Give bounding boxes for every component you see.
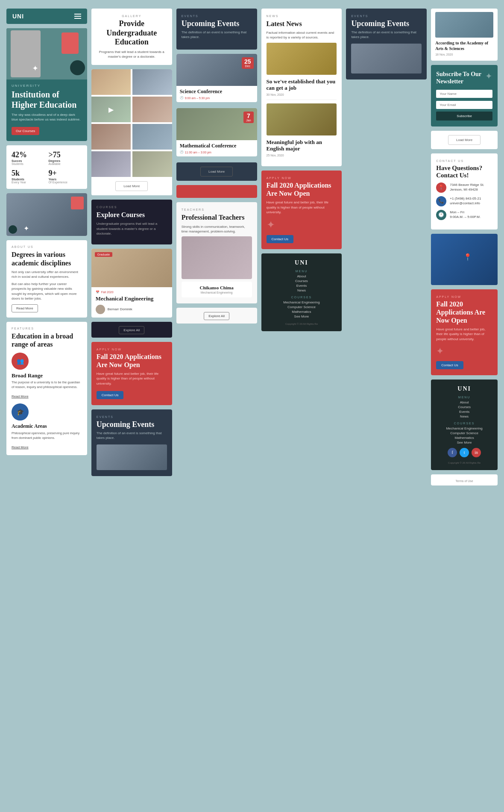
photo-8 [132,151,172,177]
event-2-time-text: 11:00 am – 3:00 pm [185,151,211,154]
teachers-label: TEACHERS [182,208,252,211]
column-2: GALLERY Provide Undergraduate Education … [91,9,172,476]
events-load-more-button[interactable]: Load More [200,167,233,177]
apply-contact-button-col4[interactable]: Contact Us [267,235,294,243]
apply-title-col4: Fall 2020 Applications Are Now Open [267,181,337,197]
stat-years-sub: Of Experience [48,181,82,184]
footer-copyright-col6: Copyright © 20 All Rights Re [436,462,492,464]
photo-grid-inner [91,69,172,177]
courses-explore-button[interactable]: Explore All [119,326,144,334]
footer-link-about[interactable]: About [267,274,337,278]
load-more-col6: Load More [431,131,498,149]
footer-link-news[interactable]: News [267,288,337,292]
hero-deco-dark [70,60,85,75]
footer-link-about-col6[interactable]: About [436,400,492,404]
teacher-card: Chikanso Chima Mechanical Engineering [182,282,252,297]
news-divider [267,100,337,100]
event-1-image: 25 Dec [176,54,257,86]
about-title: Degrees in various academic disciplines [12,250,82,267]
events-repeat-label-col2: EVENTS [97,415,167,418]
news-img-1 [267,43,337,75]
event-2: 7 Jan Mathematical Conference 🕐 11:00 am… [176,108,257,156]
courses-dark-desc: Undergraduate programs that will lead a … [97,221,167,236]
footer-link-courses-col6[interactable]: Courses [436,405,492,409]
event-2-date-badge: 7 Jan [243,112,253,123]
load-more-button-col6[interactable]: Load More [448,135,481,145]
event-1-time: 🕐 9:00 am – 5:30 pm [180,96,254,100]
feature-icon-1: 👥 [12,353,29,370]
gallery-load-more-button[interactable]: Load More [115,181,148,191]
events-repeat-desc-col2: The definition of an event is something … [97,431,167,440]
teacher-card-dept: Mechanical Engineering [185,291,249,294]
gallery-star-icon: ✦ [23,224,29,232]
footer-link-events[interactable]: Events [267,284,337,288]
footer-course-math[interactable]: Mathematics [267,310,337,314]
events-load-more: Load More [176,162,257,181]
apply-contact-button-col6[interactable]: Contact Us [436,361,463,369]
stat-degrees-value: >75 [48,150,82,159]
twitter-icon[interactable]: t [460,448,469,457]
footer-course-math-col6[interactable]: Mathematics [436,436,492,440]
calendar-icon: 📅 [96,291,100,294]
footer-course-cs-col6[interactable]: Computer Science [436,431,492,435]
column-5: EVENTS Upcoming Events The definition of… [346,9,427,79]
event-2-title: Mathematical Conference [180,143,254,149]
newsletter-section: ✦ Subscribe To Our Newsletter Subscribe [431,65,498,127]
newsletter-title: Subscribe To Our Newsletter [436,71,492,85]
newsletter-name-input[interactable] [436,90,492,98]
photo-grid: Load More [91,69,172,195]
about-read-more-button[interactable]: Read More [12,304,38,312]
news-label: NEWS [267,15,337,18]
teacher-avatar [96,305,105,314]
apply-title-col6: Fall 2020 Applications Are Now Open [436,300,492,325]
footer-link-news-col6[interactable]: News [436,415,492,418]
courses-dark-section: COURSES Explore Courses Undergraduate pr… [91,200,172,244]
event-1-day: 25 [244,59,251,65]
hero-courses-button[interactable]: Our Courses [12,127,39,135]
course-info: 📅 Fall 2020 Mechanical Engineering Berna… [91,287,172,318]
event-2-info: Mathematical Conference 🕐 11:00 am – 3:0… [176,140,257,156]
feature-item-2: 🎓 Academic Areas Philosophical openness,… [12,403,82,450]
feature-title-1: Broad Range [12,372,82,379]
events-label: EVENTS [182,15,252,18]
footer-course-cs[interactable]: Computer Science [267,305,337,309]
gallery-header: GALLERY Provide Undergraduate Education … [91,9,172,65]
article-date: 18 Nov, 2020 [435,53,493,56]
feature-read-more-1[interactable]: Read More [12,394,29,398]
apply-contact-button-col2[interactable]: Contact Us [97,391,124,399]
footer-course-more[interactable]: See More [267,315,337,318]
gallery-deco2 [9,225,17,234]
teacher-profile-image [182,236,252,279]
stat-students-value: 5k [12,169,45,178]
events-preview-img-col5 [351,44,422,74]
photo-3 [91,97,131,122]
footer-link-events-col6[interactable]: Events [436,410,492,414]
facebook-icon[interactable]: f [448,448,457,457]
feature-read-more-2[interactable]: Read More [12,445,29,449]
footer-course-mech[interactable]: Mechanical Engineering [267,300,337,304]
teachers-explore-wrap: Explore All [176,308,257,324]
footer-menu-col6: MENU About Courses Events News [436,396,492,418]
event-1-month: Dec [244,65,251,68]
contact-hours-text: Mon – Fri9:00A.M. – 5:00P.M. [450,210,481,219]
footer-course-more-col6[interactable]: See More [436,441,492,444]
newsletter-email-input[interactable] [436,101,492,109]
features-title: Education in a broad range of areas [12,332,82,348]
event-1: 25 Dec Science Conference 🕐 9:00 am – 5:… [176,54,257,102]
newsletter-subscribe-button[interactable]: Subscribe [436,112,492,121]
teachers-title: Professional Teachers [182,213,252,221]
footer-link-courses[interactable]: Courses [267,279,337,283]
course-meta-text: Fall 2020 [101,291,114,294]
photo-2 [132,69,172,95]
teachers-section: TEACHERS Professional Teachers Strong sk… [176,202,257,303]
stat-success-label: Succes [12,159,45,162]
contact-title: Have Questions? Contact Us! [436,165,492,179]
footer-copyright: Copyright © 20 All Rights Re [267,323,337,325]
teachers-explore-button[interactable]: Explore All [204,312,229,320]
instagram-icon[interactable]: in [472,448,481,457]
hamburger-menu[interactable] [74,14,81,19]
news-title: Latest News [267,20,337,28]
news-desc: Factual information about current events… [267,30,337,40]
stat-students-label: Students [12,178,45,181]
footer-course-mech-col6[interactable]: Mechanical Engineering [436,427,492,430]
